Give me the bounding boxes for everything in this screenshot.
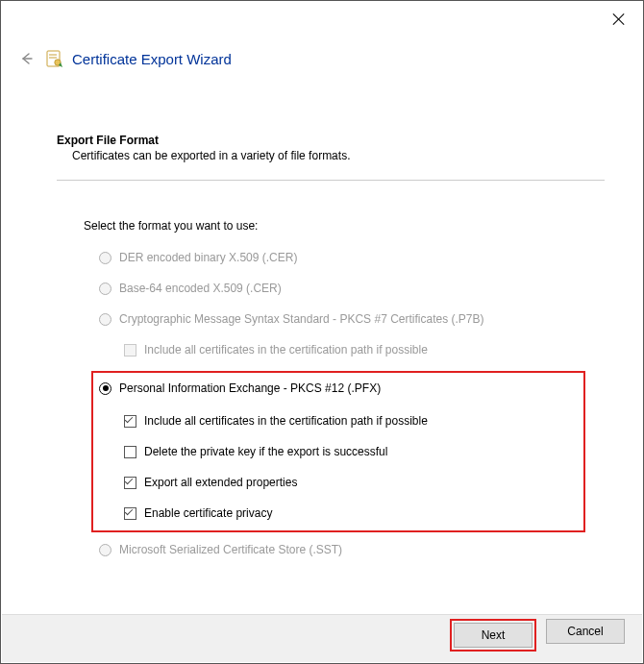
close-icon[interactable] bbox=[612, 12, 626, 26]
checkbox-icon bbox=[124, 415, 136, 428]
next-button[interactable]: Next bbox=[454, 623, 533, 648]
section-heading: Export File Format bbox=[57, 134, 605, 147]
radio-base64: Base-64 encoded X.509 (.CER) bbox=[99, 279, 605, 298]
checkbox-pfx-delete-key[interactable]: Delete the private key if the export is … bbox=[124, 442, 578, 461]
cancel-button[interactable]: Cancel bbox=[546, 619, 625, 644]
format-options: DER encoded binary X.509 (.CER) Base-64 … bbox=[99, 248, 605, 559]
radio-base64-label: Base-64 encoded X.509 (.CER) bbox=[119, 282, 282, 295]
checkbox-icon bbox=[124, 344, 136, 357]
footer-buttons: Next Cancel bbox=[450, 619, 625, 652]
checkbox-icon bbox=[124, 446, 136, 458]
select-format-label: Select the format you want to use: bbox=[84, 219, 605, 233]
checkbox-pfx-export-props[interactable]: Export all extended properties bbox=[124, 473, 578, 492]
checkbox-p7b-include-chain-label: Include all certificates in the certific… bbox=[144, 343, 428, 357]
divider bbox=[57, 180, 605, 181]
radio-p7b: Cryptographic Message Syntax Standard - … bbox=[99, 309, 605, 329]
radio-pfx-label: Personal Information Exchange - PKCS #12… bbox=[119, 381, 381, 395]
checkbox-icon bbox=[124, 477, 136, 489]
radio-icon bbox=[99, 252, 111, 264]
checkbox-p7b-include-chain: Include all certificates in the certific… bbox=[124, 340, 605, 359]
radio-sst-label: Microsoft Serialized Certificate Store (… bbox=[119, 543, 342, 556]
wizard-content: Export File Format Certificates can be e… bbox=[57, 134, 605, 571]
radio-icon bbox=[99, 544, 111, 556]
radio-der-label: DER encoded binary X.509 (.CER) bbox=[119, 251, 297, 264]
next-button-highlight: Next bbox=[450, 619, 536, 652]
checkbox-pfx-cert-privacy-label: Enable certificate privacy bbox=[144, 506, 272, 520]
checkbox-pfx-include-chain-label: Include all certificates in the certific… bbox=[144, 414, 428, 428]
radio-icon bbox=[99, 313, 111, 326]
radio-sst: Microsoft Serialized Certificate Store (… bbox=[99, 540, 605, 559]
back-arrow-icon[interactable] bbox=[18, 51, 34, 66]
certificate-icon bbox=[45, 49, 64, 68]
checkbox-icon bbox=[124, 507, 136, 520]
radio-der: DER encoded binary X.509 (.CER) bbox=[99, 248, 605, 267]
wizard-title: Certificate Export Wizard bbox=[72, 51, 232, 67]
radio-p7b-label: Cryptographic Message Syntax Standard - … bbox=[119, 312, 484, 326]
checkbox-pfx-delete-key-label: Delete the private key if the export is … bbox=[144, 445, 387, 458]
wizard-header: Certificate Export Wizard bbox=[18, 49, 626, 68]
pfx-highlight-box: Personal Information Exchange - PKCS #12… bbox=[91, 371, 585, 532]
radio-pfx[interactable]: Personal Information Exchange - PKCS #12… bbox=[99, 379, 578, 398]
checkbox-pfx-export-props-label: Export all extended properties bbox=[144, 476, 297, 489]
cancel-button-label: Cancel bbox=[567, 625, 603, 638]
checkbox-pfx-include-chain[interactable]: Include all certificates in the certific… bbox=[124, 411, 578, 430]
radio-icon bbox=[99, 283, 111, 295]
wizard-window: Certificate Export Wizard Export File Fo… bbox=[0, 0, 644, 664]
radio-icon bbox=[99, 382, 111, 395]
checkbox-pfx-cert-privacy[interactable]: Enable certificate privacy bbox=[124, 504, 578, 523]
next-button-label: Next bbox=[482, 628, 506, 642]
footer-bar: Next Cancel bbox=[2, 614, 642, 662]
section-subtext: Certificates can be exported in a variet… bbox=[72, 149, 605, 162]
